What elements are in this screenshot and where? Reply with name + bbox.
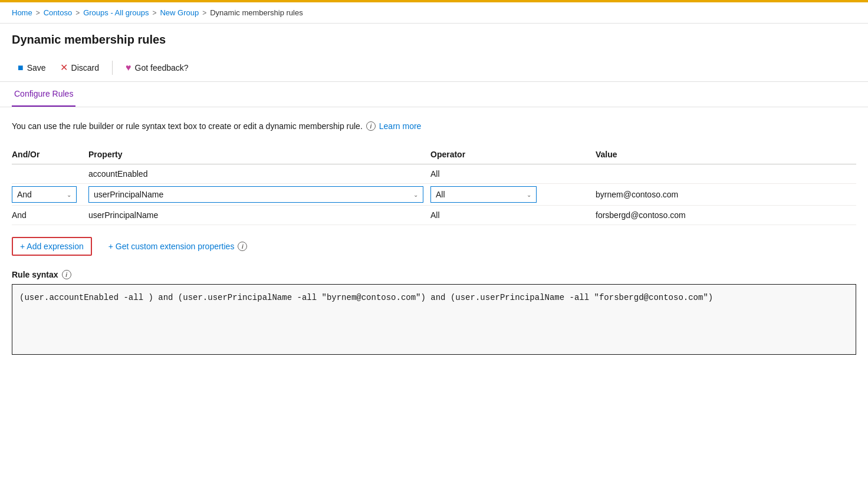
rule-syntax-info-icon[interactable]: i — [62, 270, 71, 279]
discard-icon: ✕ — [60, 62, 68, 73]
info-icon[interactable]: i — [366, 121, 376, 131]
info-text: You can use the rule builder or rule syn… — [12, 121, 363, 131]
operator-dropdown[interactable]: All ⌄ — [430, 186, 537, 203]
get-custom-extension-button[interactable]: + Get custom extension properties i — [101, 238, 255, 255]
row3-operator: All — [430, 206, 596, 225]
tab-configure-rules[interactable]: Configure Rules — [12, 82, 75, 107]
discard-button[interactable]: ✕ Discard — [54, 58, 105, 77]
row1-value — [596, 164, 856, 184]
row1-property: accountEnabled — [88, 164, 430, 184]
rule-table: And/Or Property Operator Value accountEn… — [12, 145, 856, 225]
table-row: accountEnabled All — [12, 164, 856, 184]
table-row-editable: And ⌄ userPrincipalName ⌄ All ⌄ — [12, 184, 856, 206]
row2-value: byrnem@contoso.com — [596, 190, 678, 199]
save-label: Save — [27, 63, 46, 72]
breadcrumb-sep-1: > — [36, 9, 40, 17]
row2-operator-cell: All ⌄ — [430, 184, 596, 206]
row1-operator: All — [430, 164, 596, 184]
rule-syntax-label: Rule syntax i — [12, 270, 856, 279]
add-expression-label: + Add expression — [20, 242, 84, 251]
add-expression-button[interactable]: + Add expression — [12, 237, 92, 256]
row3-andor: And — [12, 206, 88, 225]
breadcrumb: Home > Contoso > Groups - All groups > N… — [0, 2, 868, 24]
row3-property: userPrincipalName — [88, 206, 430, 225]
breadcrumb-sep-4: > — [202, 9, 206, 17]
breadcrumb-current: Dynamic membership rules — [210, 8, 303, 17]
row2-value-cell: byrnem@contoso.com — [596, 184, 856, 206]
row2-property-cell: userPrincipalName ⌄ — [88, 184, 430, 206]
feedback-label: Got feedback? — [135, 63, 189, 72]
breadcrumb-groups[interactable]: Groups - All groups — [83, 8, 149, 17]
col-header-value: Value — [596, 145, 856, 164]
page-title: Dynamic membership rules — [12, 33, 856, 47]
row1-andor — [12, 164, 88, 184]
feedback-icon: ♥ — [126, 62, 131, 73]
breadcrumb-sep-3: > — [152, 9, 156, 17]
rule-syntax-label-text: Rule syntax — [12, 270, 58, 279]
property-value: userPrincipalName — [94, 190, 163, 199]
learn-more-link[interactable]: Learn more — [379, 121, 422, 131]
get-custom-label: + Get custom extension properties — [108, 242, 235, 251]
get-custom-info-icon[interactable]: i — [238, 242, 247, 251]
col-header-andor: And/Or — [12, 145, 88, 164]
tabs-bar: Configure Rules — [0, 82, 868, 107]
actions-row: + Add expression + Get custom extension … — [12, 237, 856, 256]
save-button[interactable]: ■ Save — [12, 59, 52, 77]
breadcrumb-sep-2: > — [75, 9, 80, 17]
breadcrumb-contoso[interactable]: Contoso — [44, 8, 72, 17]
andor-dropdown[interactable]: And ⌄ — [12, 186, 77, 203]
main-content: You can use the rule builder or rule syn… — [0, 107, 868, 369]
save-icon: ■ — [18, 62, 24, 73]
toolbar-divider — [112, 61, 113, 75]
table-row: And userPrincipalName All forsbergd@cont… — [12, 206, 856, 225]
breadcrumb-new-group[interactable]: New Group — [160, 8, 199, 17]
breadcrumb-home[interactable]: Home — [12, 8, 32, 17]
property-chevron-icon: ⌄ — [413, 192, 418, 198]
col-header-property: Property — [88, 145, 430, 164]
andor-chevron-icon: ⌄ — [67, 192, 71, 198]
toolbar: ■ Save ✕ Discard ♥ Got feedback? — [0, 54, 868, 82]
row3-value: forsbergd@contoso.com — [596, 206, 856, 225]
property-dropdown[interactable]: userPrincipalName ⌄ — [88, 186, 423, 203]
operator-chevron-icon: ⌄ — [527, 192, 531, 198]
andor-value: And — [17, 190, 32, 199]
rule-syntax-section: Rule syntax i (user.accountEnabled -all … — [12, 270, 856, 355]
col-header-operator: Operator — [430, 145, 596, 164]
discard-label: Discard — [71, 63, 99, 72]
page-header: Dynamic membership rules — [0, 24, 868, 54]
rule-syntax-box[interactable]: (user.accountEnabled -all ) and (user.us… — [12, 284, 856, 355]
info-text-row: You can use the rule builder or rule syn… — [12, 121, 856, 131]
feedback-button[interactable]: ♥ Got feedback? — [120, 59, 195, 77]
operator-value: All — [436, 190, 445, 199]
row2-andor-cell: And ⌄ — [12, 184, 88, 206]
